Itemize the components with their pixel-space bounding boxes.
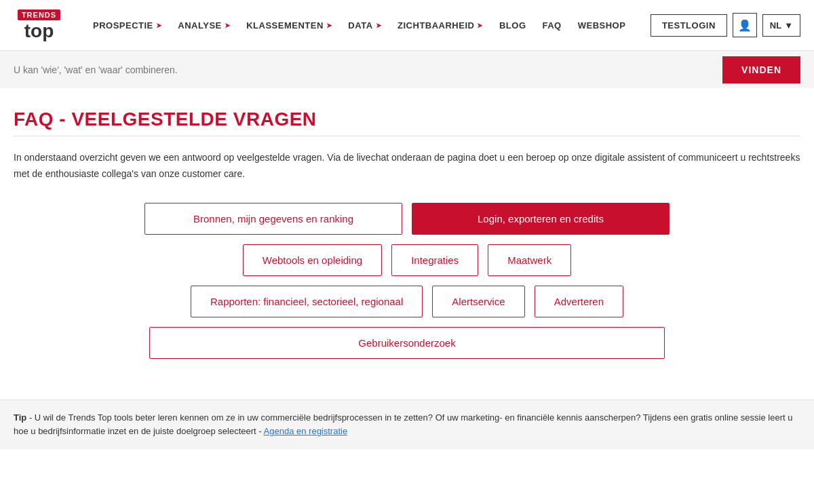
category-login[interactable]: Login, exporteren en credits: [412, 203, 670, 235]
intro-text: In onderstaand overzicht geven we een an…: [14, 150, 800, 182]
nav-prospectie[interactable]: PROSPECTIE ➤: [85, 0, 170, 51]
category-row-1: Bronnen, mijn gegevens en ranking Login,…: [144, 203, 670, 235]
category-adverteren[interactable]: Adverteren: [535, 286, 623, 317]
category-row-4: Gebruikersonderzoek: [149, 327, 665, 359]
tip-label: Tip: [14, 412, 26, 423]
logo-top: top: [24, 22, 54, 41]
user-icon-button[interactable]: 👤: [733, 13, 757, 37]
chevron-icon: ➤: [225, 22, 231, 29]
category-webtools[interactable]: Webtools en opleiding: [243, 244, 382, 276]
category-maatwerk[interactable]: Maatwerk: [488, 244, 571, 276]
search-bar: VINDEN: [0, 51, 814, 88]
nav-blog[interactable]: BLOG: [491, 0, 535, 51]
logo-trends: Trends: [18, 9, 60, 20]
nav-analyse[interactable]: ANALYSE ➤: [170, 0, 238, 51]
tip-link[interactable]: Agenda en registratie: [264, 426, 348, 436]
category-integraties[interactable]: Integraties: [391, 244, 478, 276]
nav-faq[interactable]: FAQ: [535, 0, 570, 51]
tip-section: Tip - U wil de Trends Top tools beter le…: [0, 400, 814, 450]
main-content: FAQ - VEELGESTELDE VRAGEN In onderstaand…: [0, 88, 814, 400]
header-actions: TESTLOGIN 👤 NL ▼: [651, 13, 800, 37]
page-title: FAQ - VEELGESTELDE VRAGEN: [14, 109, 800, 130]
nav-zichtbaarheid[interactable]: ZICHTBAARHEID ➤: [389, 0, 491, 51]
search-input[interactable]: [14, 64, 722, 75]
logo[interactable]: Trends top: [14, 9, 64, 41]
nav-klassementen[interactable]: KLASSEMENTEN ➤: [238, 0, 340, 51]
tip-text: - U wil de Trends Top tools beter leren …: [14, 412, 792, 437]
chevron-icon: ➤: [376, 22, 382, 29]
category-row-3: Rapporten: financieel, sectorieel, regio…: [191, 286, 623, 317]
language-selector[interactable]: NL ▼: [762, 14, 800, 37]
chevron-icon: ➤: [156, 22, 162, 29]
category-bronnen[interactable]: Bronnen, mijn gegevens en ranking: [144, 203, 402, 235]
category-rapporten[interactable]: Rapporten: financieel, sectorieel, regio…: [191, 286, 423, 317]
nav-webshop[interactable]: WEBSHOP: [570, 0, 634, 51]
search-button[interactable]: VINDEN: [722, 56, 800, 83]
category-row-2: Webtools en opleiding Integraties Maatwe…: [243, 244, 571, 276]
nav-data[interactable]: DATA ➤: [340, 0, 389, 51]
header: Trends top PROSPECTIE ➤ ANALYSE ➤ KLASSE…: [0, 0, 814, 51]
chevron-icon: ➤: [326, 22, 332, 29]
user-icon: 👤: [738, 19, 752, 32]
title-divider: [14, 136, 800, 136]
main-nav: PROSPECTIE ➤ ANALYSE ➤ KLASSEMENTEN ➤ DA…: [85, 0, 651, 51]
categories-grid: Bronnen, mijn gegevens en ranking Login,…: [14, 203, 800, 359]
category-alertservice[interactable]: Alertservice: [432, 286, 524, 317]
testlogin-button[interactable]: TESTLOGIN: [651, 14, 727, 37]
chevron-icon: ➤: [477, 22, 483, 29]
category-gebruikersonderzoek[interactable]: Gebruikersonderzoek: [149, 327, 665, 359]
chevron-down-icon: ▼: [784, 20, 793, 31]
